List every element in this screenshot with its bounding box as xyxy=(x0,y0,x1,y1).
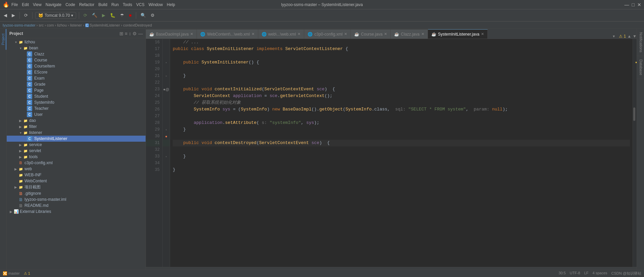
menu-window[interactable]: Window xyxy=(149,2,163,7)
menu-tools[interactable]: Tools xyxy=(123,2,132,7)
annotation-breakpoint-active[interactable]: ● xyxy=(163,133,170,140)
tree-item-systeminfo[interactable]: C SystemInfo xyxy=(7,99,146,105)
database-panel-button[interactable]: Database xyxy=(637,56,644,79)
sidebar-scope-icon[interactable]: ⊞ xyxy=(119,31,123,36)
tree-item-user[interactable]: C User xyxy=(7,111,146,118)
tree-item-iml[interactable]: 🗎 lyyzoo-ssms-master.iml xyxy=(7,196,146,202)
tree-item-courseitem[interactable]: C CourseItem xyxy=(7,63,146,69)
menu-edit[interactable]: Edit xyxy=(22,2,29,7)
toolbar-debug-button[interactable]: 🐛 xyxy=(108,12,117,19)
menu-file[interactable]: File xyxy=(11,2,18,7)
tree-item-lizhou[interactable]: ▾ 📁 lizhou xyxy=(7,39,146,45)
tab-close-icon[interactable]: ✕ xyxy=(298,32,301,36)
tab-clazz[interactable]: ☕ Clazz.java ✕ xyxy=(391,29,428,39)
tree-item-webcontent[interactable]: 📁 WebContent xyxy=(7,178,146,184)
tab-close-icon[interactable]: ✕ xyxy=(384,32,387,36)
tree-item-exam[interactable]: C Exam xyxy=(7,75,146,81)
toolbar-forward-button[interactable]: ▶ xyxy=(10,12,17,19)
tree-item-systeminitlistener[interactable]: C SystemInitListener xyxy=(7,136,146,142)
project-side-tab[interactable]: Project xyxy=(0,29,6,50)
breadcrumb-com[interactable]: com xyxy=(47,23,54,27)
toolbar-build-button[interactable]: ⟳ xyxy=(82,12,89,19)
sidebar-settings-icon[interactable]: ⚙ xyxy=(132,31,137,36)
tab-systeminitlistener[interactable]: ☕ SystemInitListener.java ✕ xyxy=(428,29,488,39)
status-indent[interactable]: 4 spaces xyxy=(593,271,607,276)
tree-item-service[interactable]: ▶ 📁 service xyxy=(7,142,146,148)
tree-item-page[interactable]: C Page xyxy=(7,87,146,93)
warning-indicator[interactable]: ⚠ 1 xyxy=(619,34,626,39)
toolbar-sync-button[interactable]: ⟳ xyxy=(22,12,30,19)
breadcrumb-listener[interactable]: listener xyxy=(70,23,82,27)
status-line-ending[interactable]: LF xyxy=(584,271,589,276)
sidebar-close-icon[interactable]: — xyxy=(138,31,143,36)
tree-item-c3p0[interactable]: 🗎 c3p0-config.xml xyxy=(7,160,146,166)
annotation-breakpoint[interactable]: ●@ xyxy=(163,86,170,93)
menu-vcs[interactable]: VCS xyxy=(136,2,145,7)
tab-close-icon[interactable]: ✕ xyxy=(190,32,193,36)
breadcrumb-lizhou[interactable]: lizhou xyxy=(57,23,67,27)
status-encoding[interactable]: UTF-8 xyxy=(570,271,580,276)
breadcrumb-project[interactable]: lyyzoo-ssms-master xyxy=(3,23,36,27)
menu-refactor[interactable]: Refactor xyxy=(79,2,94,7)
editor-scrollbar[interactable] xyxy=(633,39,637,267)
toolbar-stop-button[interactable]: ■ xyxy=(127,12,133,19)
horizontal-scrollbar[interactable] xyxy=(146,267,637,270)
tree-item-bean[interactable]: ▾ 📁 bean xyxy=(7,45,146,51)
tab-close-icon[interactable]: ✕ xyxy=(344,32,347,36)
tab-c3p0[interactable]: 🌐 c3p0-config.xml ✕ xyxy=(304,29,351,39)
breadcrumb-method[interactable]: contextDestroyed xyxy=(123,23,152,27)
menu-run[interactable]: Run xyxy=(111,2,119,7)
toolbar-settings-button[interactable]: ⚙ xyxy=(149,12,156,19)
menu-code[interactable]: Code xyxy=(65,2,75,7)
toolbar-coverage-button[interactable]: ☂ xyxy=(118,12,126,19)
tree-item-tools[interactable]: ▶ 📁 tools xyxy=(7,154,146,160)
menu-build[interactable]: Build xyxy=(98,2,107,7)
scroll-up-icon[interactable]: ▲ xyxy=(627,34,631,39)
sidebar-collapse-icon[interactable]: ≡ xyxy=(125,31,127,36)
tab-close-icon[interactable]: ✕ xyxy=(252,32,255,36)
run-config-selector[interactable]: 🐱 Tomcat 9.0.70 ▾ xyxy=(35,12,76,19)
notifications-panel-button[interactable]: Notifications xyxy=(637,29,644,56)
toolbar-rebuild-button[interactable]: 🔨 xyxy=(90,12,99,19)
toolbar-search-button[interactable]: 🔍 xyxy=(139,12,148,19)
close-button[interactable]: ✕ xyxy=(637,2,641,7)
menu-navigate[interactable]: Navigate xyxy=(46,2,61,7)
tab-web-xml[interactable]: 🌐 web\...\web.xml ✕ xyxy=(258,29,305,39)
tab-course[interactable]: ☕ Course.java ✕ xyxy=(351,29,391,39)
tree-item-webinf[interactable]: 📁 WEB-INF xyxy=(7,172,146,178)
code-editor[interactable]: // ... public class SystemInitListener i… xyxy=(170,39,633,267)
scroll-down-icon[interactable]: ▼ xyxy=(633,34,637,39)
tree-item-course[interactable]: C Course xyxy=(7,57,146,63)
tree-item-grade[interactable]: C Grade xyxy=(7,81,146,87)
sidebar-sort-icon[interactable]: ↕ xyxy=(129,31,131,36)
menu-help[interactable]: Help xyxy=(167,2,175,7)
toolbar-back-button[interactable]: ◀ xyxy=(2,12,9,19)
tree-item-readme[interactable]: 🗎 README.md xyxy=(7,202,146,209)
tab-close-icon[interactable]: ✕ xyxy=(481,32,484,36)
breadcrumb-class[interactable]: CSystemInitListener xyxy=(85,23,120,27)
minimize-button[interactable]: — xyxy=(625,2,629,7)
tree-item-teacher[interactable]: C Teacher xyxy=(7,105,146,111)
scrollbar-thumb[interactable] xyxy=(633,107,635,121)
breadcrumb-src[interactable]: src xyxy=(39,23,44,27)
tab-basedaoimpl[interactable]: ☕ BaseDaoImpl.java ✕ xyxy=(146,29,197,39)
status-position[interactable]: 30:5 xyxy=(558,271,566,276)
tree-item-web[interactable]: ▶ 📁 web xyxy=(7,166,146,172)
tab-close-icon[interactable]: ✕ xyxy=(421,32,424,36)
tab-overflow-button[interactable]: ▾ xyxy=(610,34,618,39)
tab-webcontent-xml[interactable]: 🌐 WebContent\...\web.xml ✕ xyxy=(197,29,258,39)
tree-item-gitignore[interactable]: 🗎 .gitignore xyxy=(7,190,146,196)
tree-item-filter[interactable]: ▶ 📁 filter xyxy=(7,124,146,130)
tree-item-screenshots[interactable]: ▶ 📁 项目截图 xyxy=(7,184,146,190)
toolbar-run-button[interactable]: ▶ xyxy=(100,12,107,19)
tree-item-clazz[interactable]: C Clazz xyxy=(7,51,146,57)
maximize-button[interactable]: □ xyxy=(632,2,635,7)
tree-item-servlet[interactable]: ▶ 📁 servlet xyxy=(7,148,146,154)
tree-item-external-libraries[interactable]: ▶ 📊 External Libraries xyxy=(7,209,146,215)
status-warning[interactable]: ⚠ 1 xyxy=(24,271,30,276)
menu-view[interactable]: View xyxy=(33,2,42,7)
tree-item-student[interactable]: C Student xyxy=(7,93,146,99)
tree-item-escore[interactable]: C EScore xyxy=(7,69,146,75)
tree-item-listener[interactable]: ▾ 📁 listener xyxy=(7,130,146,136)
status-branch[interactable]: 🔀 master xyxy=(3,271,20,276)
